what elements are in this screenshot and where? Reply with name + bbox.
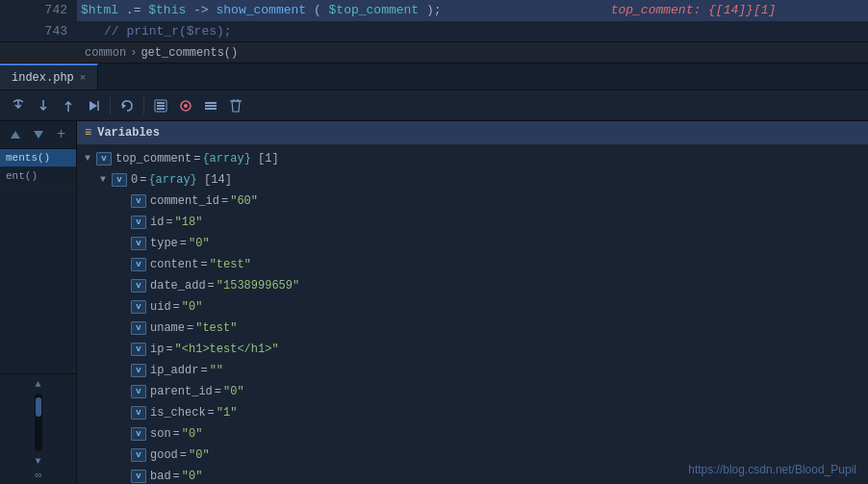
- var-type[interactable]: v type = "0": [77, 233, 868, 254]
- tab-index-php[interactable]: index.php ×: [0, 64, 98, 89]
- mute-icon: [178, 98, 193, 114]
- svg-point-8: [184, 104, 188, 108]
- nav-up-button[interactable]: [6, 125, 25, 144]
- name-content: content: [150, 256, 198, 273]
- icon-content: v: [131, 258, 146, 271]
- run-to-cursor-icon: [86, 98, 101, 114]
- icon-date-add: v: [131, 279, 146, 293]
- watermark-text: https://blog.csdn.net/Blood_Pupil: [688, 463, 856, 476]
- val-uname: "test": [195, 319, 237, 337]
- step-out-button[interactable]: [58, 95, 79, 116]
- val-parent-id: "0": [223, 383, 244, 400]
- clear-icon: [228, 98, 243, 114]
- name-comment-id: comment_id: [150, 192, 219, 210]
- type-0: {array}: [148, 171, 196, 189]
- run-to-cursor-button[interactable]: [83, 95, 104, 116]
- name-ip-addr: ip_addr: [150, 362, 198, 379]
- var-son[interactable]: v son = "0": [77, 423, 868, 445]
- val-good: "0": [189, 446, 210, 464]
- var-is-check[interactable]: v is_check = "1": [77, 402, 868, 423]
- add-watch-button[interactable]: +: [52, 125, 71, 144]
- breadcrumb-sep: ›: [130, 46, 137, 60]
- variables-body: ▼ v top_comment = {array} [1] ▼ v 0 = {a…: [77, 144, 868, 484]
- watches-button[interactable]: [200, 95, 221, 116]
- icon-comment-id: v: [131, 194, 146, 208]
- var-date-add[interactable]: v date_add = "1538999659": [77, 275, 868, 296]
- val-content: "test": [210, 256, 251, 273]
- var-parent-id[interactable]: v parent_id = "0": [77, 381, 868, 402]
- val-son: "0": [182, 425, 203, 443]
- step-out-icon: [61, 98, 76, 114]
- code-text-743: // print_r($res);: [81, 24, 232, 38]
- stack-item-0[interactable]: ments(): [0, 149, 76, 167]
- name-parent-id: parent_id: [150, 383, 213, 400]
- code-text-742: $html .= $this -> show_comment ( $top_co…: [81, 3, 776, 17]
- svg-rect-11: [205, 108, 217, 110]
- left-panel: + ments() ent() ▲ ▼ ∞: [0, 121, 77, 484]
- step-into-button[interactable]: [33, 95, 54, 116]
- val-ip: "<h1>test</h1>": [175, 341, 279, 358]
- icon-top-comment: v: [96, 152, 112, 166]
- val-bad: "0": [182, 468, 203, 484]
- val-id: "18": [175, 214, 203, 231]
- var-uid[interactable]: v uid = "0": [77, 296, 868, 318]
- infinity-button[interactable]: ∞: [29, 469, 48, 482]
- icon-son: v: [131, 427, 146, 441]
- arrow-comment-id: [119, 192, 131, 210]
- toolbar-sep-1: [110, 97, 111, 115]
- variables-header-icon: ≡: [85, 126, 91, 140]
- line-743: 743: [45, 21, 67, 42]
- variables-header-label: Variables: [97, 126, 160, 140]
- rerun-icon: [119, 98, 135, 114]
- svg-marker-15: [11, 131, 20, 139]
- icon-id: v: [131, 216, 146, 229]
- icon-type: v: [131, 237, 146, 250]
- breadcrumb-common: common: [85, 46, 126, 60]
- scroll-area: ▲ ▼ ∞: [0, 373, 76, 484]
- name-ip: ip: [150, 341, 164, 358]
- val-comment-id: "60": [230, 192, 258, 210]
- svg-marker-2: [122, 103, 126, 109]
- val-is-check: "1": [217, 404, 238, 421]
- icon-good: v: [131, 448, 146, 462]
- var-ip[interactable]: v ip = "<h1>test</h1>": [77, 339, 868, 360]
- icon-0: v: [112, 173, 127, 187]
- icon-bad: v: [131, 470, 146, 483]
- name-good: good: [150, 446, 178, 464]
- breakpoints-button[interactable]: [150, 95, 171, 116]
- tab-close-button[interactable]: ×: [80, 72, 87, 84]
- var-content[interactable]: v content = "test": [77, 254, 868, 275]
- val-type: "0": [189, 235, 210, 252]
- name-son: son: [150, 425, 171, 443]
- code-content: $html .= $this -> show_comment ( $top_co…: [77, 0, 868, 42]
- variables-panel: ≡ Variables ▼ v top_comment = {array} [1…: [77, 121, 868, 484]
- stack-item-1[interactable]: ent(): [0, 167, 76, 186]
- step-over-button[interactable]: [8, 95, 29, 116]
- breakpoints-icon: [153, 98, 168, 114]
- clear-button[interactable]: [225, 95, 246, 116]
- var-0[interactable]: ▼ v 0 = {array} [14]: [77, 169, 868, 191]
- val-uid: "0": [182, 298, 203, 316]
- main-layout: + ments() ent() ▲ ▼ ∞ ≡ Variables ▼ v to…: [0, 121, 868, 484]
- var-id[interactable]: v id = "18": [77, 212, 868, 233]
- scroll-thumb[interactable]: [36, 397, 41, 417]
- tab-label: index.php: [12, 71, 74, 85]
- method-name: show_comment: [216, 3, 306, 17]
- nav-down-button[interactable]: [29, 125, 48, 144]
- type-top-comment: {array}: [202, 150, 250, 167]
- toolbar-sep-2: [143, 97, 144, 115]
- var-top-comment[interactable]: ▼ v top_comment = {array} [1]: [77, 148, 868, 169]
- nav-section: +: [0, 121, 76, 149]
- svg-rect-9: [205, 102, 217, 104]
- icon-uname: v: [131, 321, 146, 335]
- var-comment-id[interactable]: v comment_id = "60": [77, 191, 868, 212]
- var-ip-addr[interactable]: v ip_addr = "": [77, 360, 868, 381]
- mute-breakpoints-button[interactable]: [175, 95, 196, 116]
- code-line-743: // print_r($res);: [77, 21, 868, 42]
- scroll-down-button[interactable]: ▼: [31, 453, 46, 469]
- top-comment-var: $top_comment: [329, 3, 420, 17]
- scroll-up-button[interactable]: ▲: [31, 376, 46, 392]
- rerun-button[interactable]: [116, 95, 138, 116]
- val-date-add: "1538999659": [217, 277, 299, 294]
- var-uname[interactable]: v uname = "test": [77, 318, 868, 339]
